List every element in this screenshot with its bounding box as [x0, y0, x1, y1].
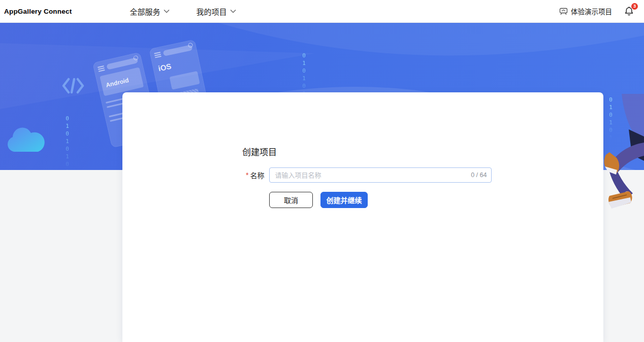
appgallery-connect-screen: 010101010101010 010101010101010 01010101…	[0, 0, 644, 342]
char-counter: 0 / 64	[471, 167, 487, 183]
top-navbar: AppGallery Connect 全部服务 我的项目 体验演示项目	[0, 0, 644, 23]
cancel-button[interactable]: 取消	[269, 192, 313, 208]
dialog-actions: 取消 创建并继续	[269, 192, 368, 208]
project-name-input-wrap: 0 / 64	[269, 167, 492, 183]
person-illustration	[602, 94, 644, 210]
all-services-label: 全部服务	[130, 6, 160, 17]
hamburger-icon	[98, 65, 105, 72]
decor-block	[170, 71, 200, 90]
ios-label: iOS	[156, 55, 196, 75]
name-field-label: 名称	[250, 170, 264, 180]
create-and-continue-button[interactable]: 创建并继续	[320, 192, 368, 208]
cloud-icon	[4, 124, 47, 154]
binary-decoration: 010101010101010	[64, 115, 71, 170]
search-bar-shape	[163, 45, 193, 56]
chevron-down-icon	[230, 9, 236, 13]
my-projects-label: 我的项目	[196, 6, 227, 17]
create-project-card: 创建项目 * 名称 0 / 64 取消 创建并继续	[122, 92, 603, 342]
notification-badge: 3	[631, 3, 638, 10]
my-projects-menu[interactable]: 我的项目	[196, 6, 236, 17]
hamburger-icon	[154, 52, 162, 58]
android-label: Android	[100, 67, 144, 96]
magnifier-icon	[188, 43, 194, 48]
presentation-board-icon	[559, 8, 568, 15]
demo-project-label: 体验演示项目	[571, 6, 612, 16]
page-title: 创建项目	[242, 145, 277, 158]
chevron-down-icon	[164, 9, 170, 13]
navbar-right: 体验演示项目 3	[559, 6, 644, 16]
project-name-input[interactable]	[269, 167, 492, 183]
code-brackets-icon	[61, 76, 85, 95]
demo-project-link[interactable]: 体验演示项目	[559, 6, 612, 16]
magnifier-icon	[133, 55, 139, 61]
required-asterisk: *	[246, 171, 248, 179]
appgallery-connect-logo[interactable]: AppGallery Connect	[4, 8, 72, 15]
project-name-form-row: * 名称 0 / 64	[246, 167, 492, 183]
notifications-button[interactable]: 3	[624, 6, 634, 16]
all-services-menu[interactable]: 全部服务	[130, 6, 170, 17]
